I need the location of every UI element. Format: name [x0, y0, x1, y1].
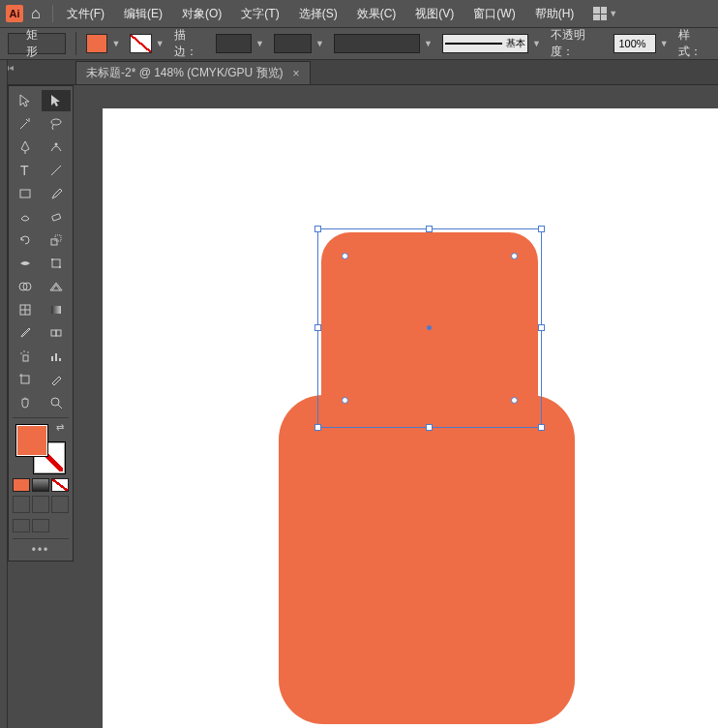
resize-handle[interactable]	[314, 324, 321, 331]
corner-radius-handle[interactable]	[342, 253, 348, 259]
chevron-down-icon[interactable]: ▼	[156, 39, 165, 48]
tools-panel: T ⇄	[8, 85, 74, 561]
shape-builder-tool[interactable]	[11, 276, 40, 297]
chevron-down-icon[interactable]: ▼	[255, 39, 264, 48]
slice-tool[interactable]	[42, 369, 71, 390]
svg-rect-18	[56, 330, 61, 336]
resize-handle[interactable]	[426, 226, 433, 232]
menu-type[interactable]: 文字(T)	[235, 4, 284, 24]
draw-inside[interactable]	[51, 496, 69, 513]
rectangle-tool[interactable]	[11, 183, 40, 204]
color-mode-solid[interactable]	[13, 478, 30, 492]
stroke-swatch[interactable]	[130, 34, 151, 53]
screen-mode-button[interactable]	[32, 519, 49, 532]
menu-view[interactable]: 视图(V)	[409, 4, 460, 24]
menu-window[interactable]: 窗口(W)	[467, 4, 521, 24]
menu-effect[interactable]: 效果(C)	[351, 4, 403, 24]
corner-radius-handle[interactable]	[342, 397, 348, 404]
fill-stroke-control[interactable]: ⇄	[15, 424, 66, 474]
svg-rect-24	[55, 353, 57, 361]
chevron-down-icon[interactable]: ▼	[424, 39, 433, 48]
chevron-down-icon[interactable]: ▼	[532, 39, 541, 48]
svg-point-1	[55, 143, 58, 146]
column-graph-tool[interactable]	[42, 346, 71, 367]
menu-select[interactable]: 选择(S)	[293, 4, 344, 24]
artboard-tool[interactable]	[11, 369, 40, 390]
close-tab-button[interactable]: ×	[293, 67, 300, 80]
canvas-area[interactable]	[74, 85, 718, 728]
pen-tool[interactable]	[11, 136, 40, 158]
menu-object[interactable]: 对象(O)	[176, 4, 227, 24]
corner-radius-handle[interactable]	[511, 397, 518, 404]
symbol-sprayer-tool[interactable]	[11, 346, 40, 367]
edit-toolbar-button[interactable]: •••	[11, 543, 71, 557]
width-tool[interactable]	[11, 253, 40, 274]
paintbrush-tool[interactable]	[42, 183, 71, 204]
chevron-down-icon[interactable]: ▼	[111, 39, 120, 48]
opacity-field[interactable]: 100%	[613, 34, 655, 53]
blend-tool[interactable]	[42, 322, 71, 344]
stroke-type-dropdown[interactable]	[274, 34, 312, 53]
svg-rect-4	[20, 190, 30, 197]
arrange-documents-button[interactable]: ▼	[593, 7, 617, 20]
resize-handle[interactable]	[314, 226, 321, 232]
app-logo: Ai	[6, 5, 23, 22]
document-tab-bar: ◂◂ 未标题-2* @ 148% (CMYK/GPU 预览) ×	[0, 60, 718, 85]
screen-mode-button[interactable]	[13, 519, 30, 532]
line-segment-tool[interactable]	[42, 160, 71, 181]
artboard[interactable]	[103, 108, 718, 728]
color-mode-none[interactable]	[51, 478, 69, 492]
scale-tool[interactable]	[42, 229, 71, 251]
opacity-label: 不透明度：	[551, 27, 605, 60]
options-bar: 矩形 ▼ ▼ 描边： ▼ ▼ ▼ 基本 ▼ 不透明度： 100% ▼ 样式：	[0, 27, 718, 60]
perspective-grid-tool[interactable]	[42, 276, 71, 297]
swap-fill-stroke-icon[interactable]: ⇄	[56, 422, 64, 433]
variable-width-profile[interactable]	[334, 34, 420, 53]
svg-line-3	[51, 166, 61, 175]
center-point[interactable]	[427, 325, 432, 330]
type-tool[interactable]: T	[11, 160, 40, 181]
mesh-tool[interactable]	[11, 299, 40, 320]
fill-color-swatch[interactable]	[15, 424, 48, 457]
rotate-tool[interactable]	[11, 229, 40, 251]
color-mode-gradient[interactable]	[32, 478, 49, 492]
eraser-tool[interactable]	[42, 206, 71, 228]
rounded-rectangle-large[interactable]	[279, 395, 575, 724]
magic-wand-tool[interactable]	[11, 113, 40, 135]
resize-handle[interactable]	[314, 424, 321, 431]
chevron-down-icon[interactable]: ▼	[315, 39, 324, 48]
chevron-down-icon[interactable]: ▼	[660, 39, 669, 48]
free-transform-tool[interactable]	[42, 253, 71, 274]
corner-radius-handle[interactable]	[511, 253, 518, 259]
curvature-tool[interactable]	[42, 136, 71, 158]
zoom-tool[interactable]	[42, 392, 71, 413]
menu-edit[interactable]: 编辑(E)	[118, 4, 168, 24]
selection-tool[interactable]	[11, 90, 40, 111]
fill-swatch[interactable]	[86, 34, 107, 53]
resize-handle[interactable]	[538, 424, 545, 431]
brush-line-icon	[445, 43, 502, 45]
document-tab[interactable]: 未标题-2* @ 148% (CMYK/GPU 预览) ×	[75, 61, 311, 84]
resize-handle[interactable]	[426, 424, 433, 431]
hand-tool[interactable]	[11, 392, 40, 413]
gradient-tool[interactable]	[42, 299, 71, 320]
shaper-tool[interactable]	[11, 206, 40, 228]
home-icon[interactable]: ⌂	[31, 5, 41, 22]
draw-behind[interactable]	[32, 496, 49, 513]
resize-handle[interactable]	[538, 324, 545, 331]
menu-file[interactable]: 文件(F)	[61, 4, 110, 24]
selection-bounding-box[interactable]	[317, 228, 542, 428]
svg-rect-16	[51, 306, 61, 314]
menu-help[interactable]: 帮助(H)	[529, 4, 581, 24]
resize-handle[interactable]	[538, 226, 545, 232]
lasso-tool[interactable]	[42, 113, 71, 135]
draw-normal[interactable]	[13, 496, 30, 513]
brush-definition[interactable]: 基本	[442, 34, 528, 53]
eyedropper-tool[interactable]	[11, 322, 40, 344]
svg-line-30	[58, 405, 62, 409]
svg-rect-5	[52, 214, 61, 221]
svg-point-10	[59, 266, 61, 268]
stroke-weight-field[interactable]	[216, 34, 252, 53]
direct-selection-tool[interactable]	[42, 90, 71, 111]
screen-mode-row	[13, 519, 69, 532]
